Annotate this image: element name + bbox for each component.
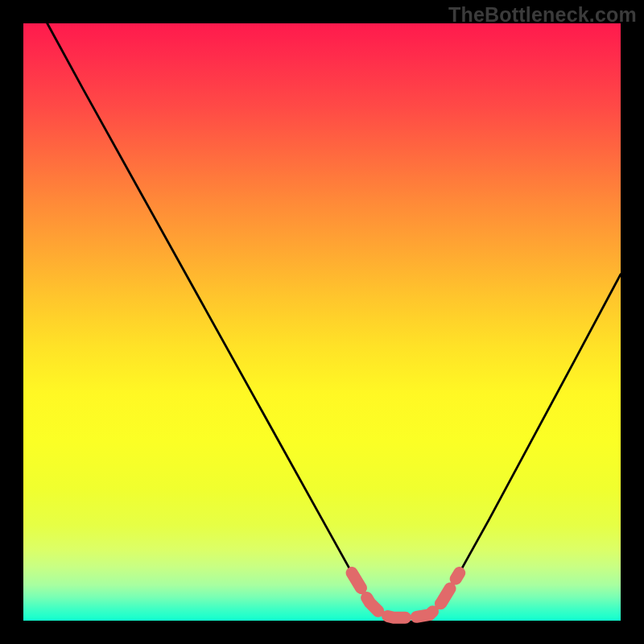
chart-frame: TheBottleneck.com — [0, 0, 644, 644]
chart-svg — [23, 23, 621, 621]
watermark-text: TheBottleneck.com — [448, 3, 637, 27]
plot-area — [23, 23, 621, 621]
highlight-flat-segment — [352, 573, 460, 618]
bottleneck-curve — [47, 23, 621, 617]
